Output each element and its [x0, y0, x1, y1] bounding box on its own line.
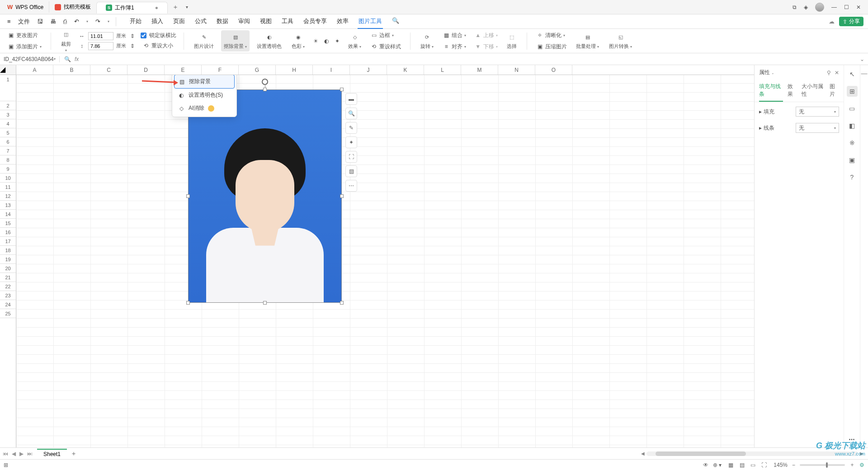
expand-icon[interactable]: ▸ — [759, 108, 762, 115]
float-magic-icon[interactable]: ✦ — [345, 136, 357, 148]
view-page-icon[interactable]: ▤ — [737, 461, 747, 470]
rotate-button[interactable]: ⟳旋转 ▾ — [418, 31, 436, 51]
adjust-icon[interactable]: ✦ — [334, 38, 341, 45]
focus-icon[interactable]: ⊕ ▾ — [713, 462, 722, 468]
dropdown-item-ai-remove[interactable]: ◇ AI消除 — [174, 102, 235, 115]
dropdown-item-remove-bg[interactable]: ▧ 抠除背景 — [174, 75, 235, 89]
tab-image-tools[interactable]: 图片工具 — [358, 14, 383, 29]
close-window-icon[interactable]: ✕ — [856, 4, 861, 10]
lock-ratio-checkbox[interactable] — [141, 33, 146, 38]
add-image-button[interactable]: ▣添加图片▾ — [5, 42, 43, 52]
tab-wps-office[interactable]: W WPS Office — [2, 2, 49, 12]
row-4[interactable]: 4 — [0, 119, 16, 128]
height-input[interactable] — [88, 42, 113, 50]
pin-icon[interactable]: ⚲ — [827, 70, 831, 76]
reset-size-button[interactable]: ⟲重设大小 — [141, 41, 176, 51]
contrast-icon[interactable]: ◐ — [323, 38, 330, 45]
float-zoom-icon[interactable]: 🔍 — [345, 108, 357, 119]
dropdown-item-set-transparent[interactable]: ◐ 设置透明色(S) — [174, 89, 235, 102]
row-10[interactable]: 10 — [0, 174, 16, 183]
resize-handle-e[interactable] — [340, 194, 344, 198]
scroll-thumb[interactable] — [656, 451, 746, 456]
row-8[interactable]: 8 — [0, 155, 16, 164]
row-9[interactable]: 9 — [0, 164, 16, 174]
col-J[interactable]: J — [350, 65, 387, 75]
resize-handle-w[interactable] — [186, 194, 190, 198]
rail-cursor-icon[interactable]: ↖ — [847, 69, 858, 80]
line-select[interactable]: 无 ▾ — [796, 123, 839, 133]
col-D[interactable]: D — [127, 65, 165, 75]
close-tab-icon[interactable]: ● — [155, 5, 158, 11]
sheet-next-icon[interactable]: ▶ — [19, 451, 24, 457]
col-K[interactable]: K — [387, 65, 424, 75]
row-15[interactable]: 15 — [0, 219, 16, 228]
zoom-slider[interactable] — [800, 464, 845, 466]
tab-review[interactable]: 审阅 — [237, 14, 251, 29]
align-button[interactable]: ≡对齐▾ — [441, 42, 468, 52]
name-box[interactable]: ID_42FC4630AB064 ▾ — [0, 56, 60, 62]
col-F[interactable]: F — [202, 65, 239, 75]
stepper-icon[interactable]: ⇕ — [129, 33, 136, 40]
brightness-icon[interactable]: ☀ — [312, 38, 319, 45]
tab-templates[interactable]: 找稻壳模板 — [49, 1, 96, 13]
col-L[interactable]: L — [424, 65, 461, 75]
row-20[interactable]: 20 — [0, 264, 16, 273]
rail-style-icon[interactable]: ▭ — [847, 103, 858, 114]
print-preview-icon[interactable]: ⎙ — [61, 16, 70, 27]
float-edit-icon[interactable]: ✎ — [345, 122, 357, 134]
col-H[interactable]: H — [276, 65, 313, 75]
row-1[interactable]: 1 — [0, 75, 16, 101]
select-all-corner[interactable]: ◢ — [0, 65, 16, 75]
cell-grid[interactable]: ▧ 抠除背景 ◐ 设置透明色(S) ◇ AI消除 — [16, 75, 754, 447]
tab-member[interactable]: 会员专享 — [302, 14, 328, 29]
share-button[interactable]: ⇪ 分享 — [839, 17, 863, 26]
batch-button[interactable]: ▤批量处理 ▾ — [573, 31, 602, 51]
row-7[interactable]: 7 — [0, 146, 16, 155]
eye-icon[interactable]: 👁 — [703, 462, 708, 468]
sheet-last-icon[interactable]: ⏭ — [27, 451, 33, 457]
col-E[interactable]: E — [165, 65, 202, 75]
resize-handle-se[interactable] — [340, 301, 344, 305]
redo-icon[interactable]: ↷ — [93, 16, 103, 27]
scroll-left-icon[interactable]: ◀ — [639, 451, 646, 456]
row-14[interactable]: 14 — [0, 210, 16, 219]
rail-settings-icon[interactable]: ⊞ — [847, 86, 858, 97]
set-transparent-button[interactable]: ◐设置透明色 — [254, 31, 284, 51]
minimize-icon[interactable]: — — [831, 4, 837, 10]
zoom-cell-icon[interactable]: 🔍 — [64, 56, 71, 62]
settings-icon[interactable]: ⚙ — [859, 462, 864, 468]
rail-filter-icon[interactable]: ※ — [847, 137, 858, 148]
row-16[interactable]: 16 — [0, 228, 16, 237]
row-13[interactable]: 13 — [0, 201, 16, 210]
resize-handle-s[interactable] — [263, 301, 267, 305]
convert-button[interactable]: ◱图片转换 ▾ — [606, 31, 635, 51]
float-crop-icon[interactable]: ▬ — [345, 93, 357, 105]
row-23[interactable]: 23 — [0, 291, 16, 300]
tab-start[interactable]: 开始 — [129, 14, 142, 29]
fx-icon[interactable]: fx — [75, 56, 79, 62]
row-22[interactable]: 22 — [0, 282, 16, 291]
effects-button[interactable]: ◇效果 ▾ — [345, 31, 364, 51]
float-remove-icon[interactable]: ▧ — [345, 165, 357, 177]
row-11[interactable]: 11 — [0, 183, 16, 192]
rail-help-icon[interactable]: ? — [847, 172, 858, 183]
row-3[interactable]: 3 — [0, 110, 16, 119]
view-full-icon[interactable]: ⛶ — [759, 461, 769, 470]
resize-handle-sw[interactable] — [186, 301, 190, 305]
col-N[interactable]: N — [498, 65, 535, 75]
selected-image[interactable] — [188, 89, 342, 303]
select-button[interactable]: ⬚选择 — [504, 31, 519, 51]
tab-page[interactable]: 页面 — [172, 14, 186, 29]
row-24[interactable]: 24 — [0, 300, 16, 309]
tab-formula[interactable]: 公式 — [194, 14, 208, 29]
resize-handle-n[interactable] — [263, 88, 267, 91]
props-tab-effect[interactable]: 效果 — [788, 80, 797, 102]
cube-icon[interactable]: ◈ — [804, 4, 808, 10]
tab-data[interactable]: 数据 — [216, 14, 229, 29]
zoom-value[interactable]: 145% — [774, 462, 788, 468]
fill-select[interactable]: 无 ▾ — [796, 107, 839, 117]
cloud-icon[interactable]: ☁ — [829, 18, 835, 25]
menu-hamburger-icon[interactable]: ≡ — [5, 16, 14, 27]
tab-view[interactable]: 视图 — [259, 14, 273, 29]
col-G[interactable]: G — [239, 65, 276, 75]
